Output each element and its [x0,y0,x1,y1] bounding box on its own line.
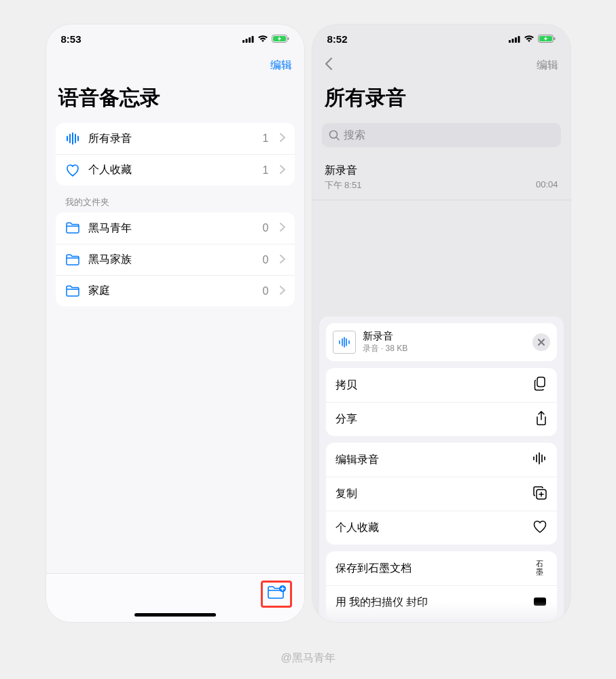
folder-row[interactable]: 黑马青年 0 [56,213,295,244]
status-icons [242,35,289,43]
action-label: 个人收藏 [336,521,379,535]
back-button[interactable] [325,57,333,73]
phone-left: 8:53 编辑 语音备忘录 所有录音 1 [46,24,304,622]
row-favorites[interactable]: 个人收藏 1 [56,154,295,185]
main-list: 所有录音 1 个人收藏 1 [56,123,295,185]
folders-list: 黑马青年 0 黑马家族 0 家庭 0 [56,213,295,306]
heart-icon [65,164,80,177]
action-scanner[interactable]: 用 我的扫描仪 封印 [326,585,557,619]
highlight-box [261,581,292,608]
duplicate-icon [532,485,547,503]
wifi-icon [524,35,535,43]
status-bar: 8:52 [312,24,570,53]
row-count: 0 [263,285,269,297]
folder-plus-icon [267,585,286,600]
waveform-icon [65,132,80,145]
folder-row[interactable]: 家庭 0 [56,275,295,306]
chevron-left-icon [325,57,333,71]
action-save-shimo[interactable]: 保存到石墨文档 石墨 [326,551,557,585]
search-input[interactable]: 搜索 [322,123,561,147]
row-label: 黑马青年 [88,221,255,236]
wifi-icon [257,35,268,43]
recording-item[interactable]: 新录音 下午 8:51 00:04 [312,157,570,200]
folder-icon [65,285,80,297]
chevron-right-icon [280,285,285,297]
action-label: 复制 [336,487,357,501]
svg-rect-6 [287,37,289,40]
signal-icon [509,35,520,43]
status-bar: 8:53 [46,24,304,53]
action-edit-recording[interactable]: 编辑录音 [326,443,557,477]
row-label: 所有录音 [88,132,255,146]
folders-header: 我的文件夹 [46,196,304,213]
row-label: 家庭 [88,284,255,298]
svg-rect-0 [242,40,244,43]
close-icon [537,338,545,346]
search-icon [329,130,340,141]
svg-rect-16 [518,36,520,43]
search-placeholder: 搜索 [344,128,365,143]
share-icon [535,411,547,428]
sheet-file-title: 新录音 [363,330,526,343]
folder-icon [65,222,80,234]
scanner-icon [532,596,547,610]
action-label: 分享 [336,412,357,426]
svg-rect-19 [554,37,555,40]
page-title: 语音备忘录 [46,80,304,123]
action-label: 保存到石墨文档 [336,562,412,576]
recording-time: 下午 8:51 [325,179,362,191]
svg-rect-13 [509,40,511,43]
row-label: 个人收藏 [88,163,255,177]
chevron-right-icon [280,222,285,234]
sheet-group: 拷贝 分享 [326,368,557,436]
chevron-right-icon [280,164,285,177]
home-indicator[interactable] [134,613,216,617]
sheet-file-sub: 录音 · 38 KB [363,343,526,354]
copy-doc-icon [534,376,547,394]
svg-rect-15 [515,37,517,43]
sheet-group: 编辑录音 复制 个人收藏 [326,443,557,545]
recording-title: 新录音 [325,164,558,178]
sheet-header: 新录音 录音 · 38 KB [326,323,557,361]
caption: @黑马青年 [0,651,616,665]
waveform-icon [532,452,547,467]
edit-button[interactable]: 编辑 [537,58,558,73]
battery-icon [538,35,556,43]
phone-right: 8:52 编辑 所有录音 搜索 新录音 下午 8:51 00:04 [312,24,570,622]
action-duplicate[interactable]: 复制 [326,477,557,511]
status-time: 8:52 [327,33,348,45]
chevron-right-icon [280,132,285,145]
new-folder-button[interactable] [267,585,286,603]
close-button[interactable] [532,333,550,351]
nav-bar: 编辑 [312,53,570,80]
row-count: 0 [263,222,269,234]
action-favorite[interactable]: 个人收藏 [326,511,557,545]
row-label: 黑马家族 [88,253,255,267]
svg-rect-34 [534,598,546,606]
action-label: 拷贝 [336,378,357,392]
recording-duration: 00:04 [536,179,558,191]
svg-rect-2 [249,37,251,43]
action-label: 编辑录音 [336,453,379,467]
action-copy[interactable]: 拷贝 [326,368,557,402]
shimo-icon: 石墨 [532,560,547,576]
nav-bar: 编辑 [46,53,304,80]
row-count: 1 [263,164,269,177]
chevron-right-icon [280,254,285,266]
sheet-group: 保存到石墨文档 石墨 用 我的扫描仪 封印 [326,551,557,619]
folder-row[interactable]: 黑马家族 0 [56,244,295,275]
action-share[interactable]: 分享 [326,402,557,436]
heart-outline-icon [532,520,547,536]
share-sheet: 新录音 录音 · 38 KB 拷贝 分享 [319,316,564,622]
file-waveform-icon [333,331,356,354]
status-icons [509,35,556,43]
battery-icon [272,35,289,43]
row-count: 1 [263,132,269,145]
svg-rect-14 [511,39,513,43]
edit-button[interactable]: 编辑 [270,58,292,73]
row-all-recordings[interactable]: 所有录音 1 [56,123,295,154]
folder-icon [65,254,80,266]
signal-icon [242,35,254,43]
svg-rect-3 [251,36,253,43]
svg-rect-1 [245,39,247,43]
